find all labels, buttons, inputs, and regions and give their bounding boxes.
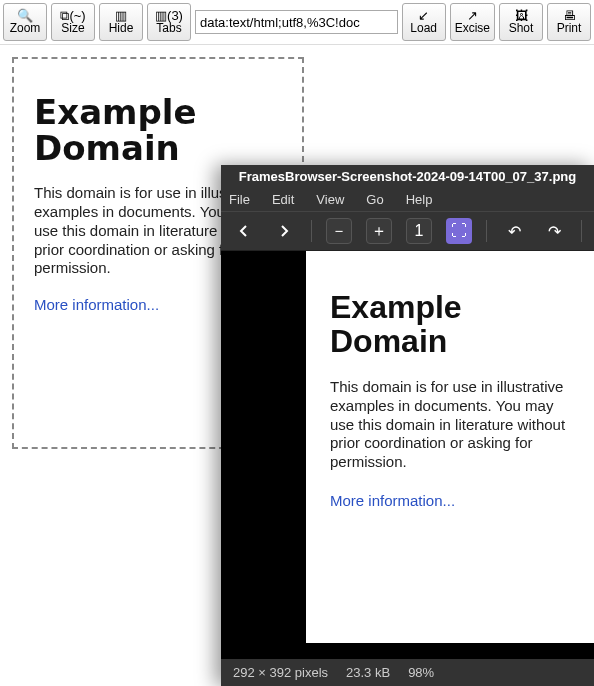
url-input[interactable] bbox=[195, 10, 398, 34]
zoom-out-button[interactable]: － bbox=[326, 218, 352, 244]
size-icon: ⧉(~) bbox=[60, 9, 85, 22]
tabs-button[interactable]: ▥(3)Tabs bbox=[147, 3, 191, 41]
page-title: Example Domain bbox=[34, 95, 282, 166]
viewer-menubar: File Edit View Go Help bbox=[221, 188, 594, 211]
menu-help[interactable]: Help bbox=[406, 192, 433, 207]
zoom-reset-button[interactable]: 1 bbox=[406, 218, 432, 244]
hide-icon: ▥ bbox=[115, 9, 127, 22]
viewer-canvas: Example Domain This domain is for use in… bbox=[221, 251, 594, 659]
url-bar bbox=[195, 3, 398, 41]
tabs-icon: ▥(3) bbox=[155, 9, 183, 22]
print-button[interactable]: 🖶Print bbox=[547, 3, 591, 41]
zoom-button[interactable]: 🔍Zoom bbox=[3, 3, 47, 41]
status-dimensions: 292 × 392 pixels bbox=[233, 665, 328, 680]
menu-view[interactable]: View bbox=[316, 192, 344, 207]
excise-button[interactable]: ↗Excise bbox=[450, 3, 495, 41]
fit-button[interactable]: ⛶ bbox=[446, 218, 472, 244]
hide-button[interactable]: ▥Hide bbox=[99, 3, 143, 41]
zoom-in-button[interactable]: ＋ bbox=[366, 218, 392, 244]
shot-button[interactable]: 🖼Shot bbox=[499, 3, 543, 41]
rotate-right-button[interactable]: ↷ bbox=[541, 218, 567, 244]
excise-icon: ↗ bbox=[467, 9, 478, 22]
print-icon: 🖶 bbox=[563, 9, 576, 22]
separator bbox=[311, 220, 312, 242]
viewer-statusbar: 292 × 392 pixels 23.3 kB 98% bbox=[221, 659, 594, 686]
menu-edit[interactable]: Edit bbox=[272, 192, 294, 207]
load-button[interactable]: ↙Load bbox=[402, 3, 446, 41]
menu-go[interactable]: Go bbox=[366, 192, 383, 207]
load-icon: ↙ bbox=[418, 9, 429, 22]
prev-button[interactable] bbox=[231, 218, 257, 244]
viewer-titlebar: FramesBrowser-Screenshot-2024-09-14T00_0… bbox=[221, 165, 594, 188]
shot-body: This domain is for use in illustrative e… bbox=[330, 378, 574, 472]
rotate-left-button[interactable]: ↶ bbox=[501, 218, 527, 244]
shot-icon: 🖼 bbox=[515, 9, 528, 22]
image-viewer-window: FramesBrowser-Screenshot-2024-09-14T00_0… bbox=[221, 165, 594, 686]
separator bbox=[581, 220, 582, 242]
status-zoom: 98% bbox=[408, 665, 434, 680]
zoom-icon: 🔍 bbox=[17, 9, 33, 22]
menu-file[interactable]: File bbox=[229, 192, 250, 207]
next-button[interactable] bbox=[271, 218, 297, 244]
viewer-controls: － ＋ 1 ⛶ ↶ ↷ bbox=[221, 211, 594, 251]
status-filesize: 23.3 kB bbox=[346, 665, 390, 680]
shot-link: More information... bbox=[330, 492, 574, 509]
separator bbox=[486, 220, 487, 242]
shot-title: Example Domain bbox=[330, 291, 574, 358]
screenshot-image: Example Domain This domain is for use in… bbox=[306, 251, 594, 643]
size-button[interactable]: ⧉(~)Size bbox=[51, 3, 95, 41]
